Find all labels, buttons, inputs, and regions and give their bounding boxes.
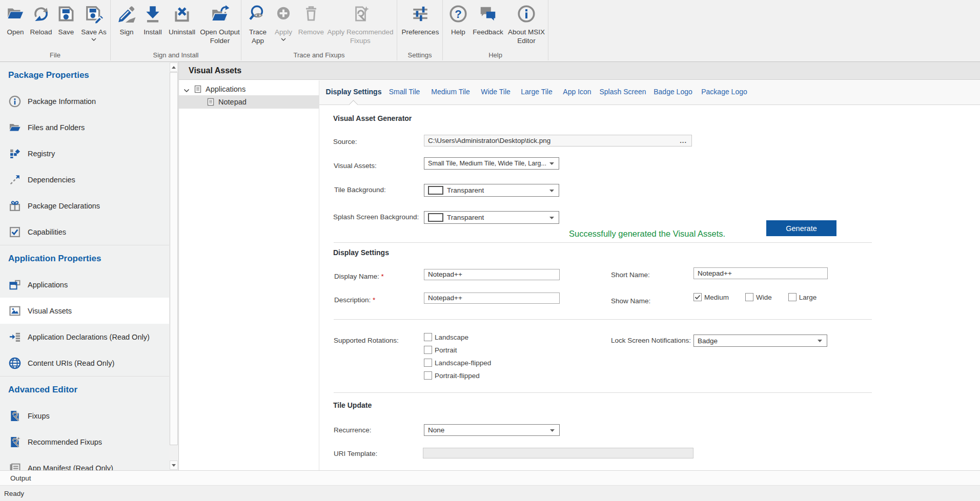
checkbox-unchecked-icon[interactable] — [745, 293, 753, 301]
chevron-down-icon[interactable] — [183, 87, 190, 92]
remove-icon — [301, 4, 321, 24]
color-swatch — [428, 213, 443, 222]
ribbon-button-uninstall[interactable]: Uninstall — [167, 2, 197, 51]
checkbox-unchecked-icon[interactable] — [788, 293, 797, 301]
tree-item-notepad[interactable]: Notepad — [179, 95, 319, 109]
short-name-input[interactable]: Notepad++ — [693, 267, 828, 279]
scrollbar-thumb[interactable] — [170, 72, 178, 445]
display-name-input[interactable]: Notepad++ — [424, 269, 560, 280]
show-name-option-large[interactable]: Large — [788, 293, 817, 301]
checkbox-label: Landscape-flipped — [435, 359, 491, 367]
page-title: Visual Assets — [189, 66, 241, 75]
sidebar-item-application-declarations-read-only[interactable]: Application Declarations (Read Only) — [0, 324, 169, 350]
ribbon-button-install[interactable]: Install — [139, 2, 166, 51]
sidebar-item-label: Registry — [28, 150, 55, 158]
show-name-option-wide[interactable]: Wide — [745, 293, 772, 301]
sidebar-item-recommended-fixups[interactable]: Recommended Fixups — [0, 429, 169, 455]
ribbon-button-preferences[interactable]: Preferences — [399, 2, 441, 51]
dropdown-caret-icon — [550, 429, 555, 432]
sidebar-item-registry[interactable]: Registry — [0, 140, 169, 166]
trace-app-icon — [248, 4, 268, 24]
tab-package-logo[interactable]: Package Logo — [701, 87, 747, 97]
manifest-icon — [8, 462, 22, 471]
applications-icon — [8, 278, 22, 291]
success-message: Successfully generated the Visual Assets… — [569, 228, 725, 239]
sidebar-item-package-declarations[interactable]: Package Declarations — [0, 193, 169, 219]
tab-wide-tile[interactable]: Wide Tile — [481, 87, 511, 97]
visual-assets-dropdown[interactable]: Small Tile, Medium Tile, Wide Tile, Larg… — [424, 157, 559, 170]
lock-screen-notifications-dropdown[interactable]: Badge — [693, 335, 827, 347]
ribbon-button-remove[interactable]: Remove — [297, 2, 325, 51]
ribbon-button-save-as[interactable]: Save As — [79, 2, 109, 51]
sidebar-item-content-uris-read-only[interactable]: Content URIs (Read Only) — [0, 350, 169, 376]
ribbon-button-trace-app[interactable]: Trace App — [246, 2, 270, 51]
ribbon-group-sign-and-install: SignInstallUninstallOpen Output FolderSi… — [111, 0, 241, 60]
sidebar-item-applications[interactable]: Applications — [0, 272, 169, 298]
tab-large-tile[interactable]: Large Tile — [521, 87, 552, 97]
browse-button[interactable]: ... — [680, 135, 687, 146]
checkbox-unchecked-icon[interactable] — [424, 333, 432, 341]
sidebar-scrollbar[interactable] — [169, 62, 178, 470]
checkbox-unchecked-icon[interactable] — [424, 359, 432, 367]
ribbon-button-apply-recommended-fixups[interactable]: Apply Recommended Fixups — [325, 2, 395, 51]
ribbon-button-help[interactable]: ?Help — [446, 2, 471, 51]
rotation-option-landscape[interactable]: Landscape — [424, 333, 491, 341]
dropdown-chevron-icon — [91, 38, 96, 41]
tree-item-applications[interactable]: Applications — [179, 83, 319, 95]
sidebar-item-capabilities[interactable]: Capabilities — [0, 219, 169, 245]
checkbox-unchecked-icon[interactable] — [424, 371, 432, 380]
sidebar-item-fixups[interactable]: Fixups — [0, 403, 169, 429]
ribbon-button-about-msix-editor[interactable]: About MSIX Editor — [505, 2, 547, 51]
sidebar-item-label: Files and Folders — [28, 123, 85, 132]
scrollbar-down-arrow-icon[interactable] — [170, 461, 178, 470]
tab-display-settings[interactable]: Display Settings — [326, 87, 382, 97]
generate-button[interactable]: Generate — [766, 220, 836, 236]
globe-icon — [8, 357, 22, 370]
ribbon-button-save[interactable]: Save — [54, 2, 78, 51]
gift-icon — [8, 199, 22, 213]
source-label: Source: — [333, 137, 357, 147]
checkbox-unchecked-icon[interactable] — [424, 346, 432, 354]
tab-badge-logo[interactable]: Badge Logo — [654, 87, 692, 97]
rotation-option-portrait-flipped[interactable]: Portrait-flipped — [424, 371, 491, 380]
apply-icon — [274, 4, 293, 24]
capabilities-icon — [8, 225, 22, 239]
sidebar-item-visual-assets[interactable]: Visual Assets — [0, 298, 169, 324]
ribbon-button-open[interactable]: Open — [3, 2, 28, 51]
ribbon-button-sign[interactable]: Sign — [115, 2, 138, 51]
sign-icon — [117, 4, 136, 24]
splash-screen-background-dropdown[interactable]: Transparent — [424, 211, 559, 224]
ribbon-button-reload[interactable]: Reload — [29, 2, 53, 51]
rotation-option-portrait[interactable]: Portrait — [424, 346, 491, 354]
sidebar-item-dependencies[interactable]: Dependencies — [0, 166, 169, 193]
short-name-label: Short Name: — [611, 270, 650, 280]
uri-template-input[interactable] — [423, 448, 693, 458]
recurrence-label: Recurrence: — [334, 425, 372, 435]
recurrence-dropdown[interactable]: None — [424, 424, 560, 436]
tab-strip: Display SettingsSmall TileMedium TileWid… — [319, 80, 980, 105]
description-input[interactable]: Notepad++ — [424, 293, 560, 304]
output-bar[interactable]: Output — [0, 470, 980, 485]
ribbon-button-apply[interactable]: Apply — [271, 2, 296, 51]
sidebar-item-package-information[interactable]: Package Information — [0, 88, 169, 114]
source-input[interactable]: C:\Users\Administrator\Desktop\tick.png … — [424, 135, 692, 147]
tile-background-dropdown[interactable]: Transparent — [424, 184, 559, 197]
tab-app-icon[interactable]: App Icon — [563, 87, 591, 97]
sidebar-item-files-and-folders[interactable]: Files and Folders — [0, 114, 169, 140]
sidebar-item-app-manifest-read-only[interactable]: App Manifest (Read Only) — [0, 455, 169, 470]
display-name-label: Display Name: * — [334, 272, 384, 282]
ribbon-button-feedback[interactable]: Feedback — [472, 2, 504, 51]
rotation-option-landscape-flipped[interactable]: Landscape-flipped — [424, 359, 491, 367]
ribbon-button-open-output-folder[interactable]: Open Output Folder — [199, 2, 241, 51]
tab-content: Visual Asset Generator Source: C:\Users\… — [319, 105, 980, 470]
checkbox-checked-icon[interactable] — [693, 293, 702, 301]
tab-splash-screen[interactable]: Splash Screen — [599, 87, 646, 97]
tab-small-tile[interactable]: Small Tile — [389, 87, 420, 97]
sidebar-item-label: Capabilities — [28, 228, 66, 236]
scrollbar-up-arrow-icon[interactable] — [170, 62, 178, 72]
tab-medium-tile[interactable]: Medium Tile — [431, 87, 469, 97]
preferences-icon — [411, 4, 430, 24]
show-name-option-medium[interactable]: Medium — [693, 293, 729, 301]
sidebar-section-heading: Advanced Editor — [0, 377, 169, 403]
visual-assets-icon — [8, 304, 22, 318]
